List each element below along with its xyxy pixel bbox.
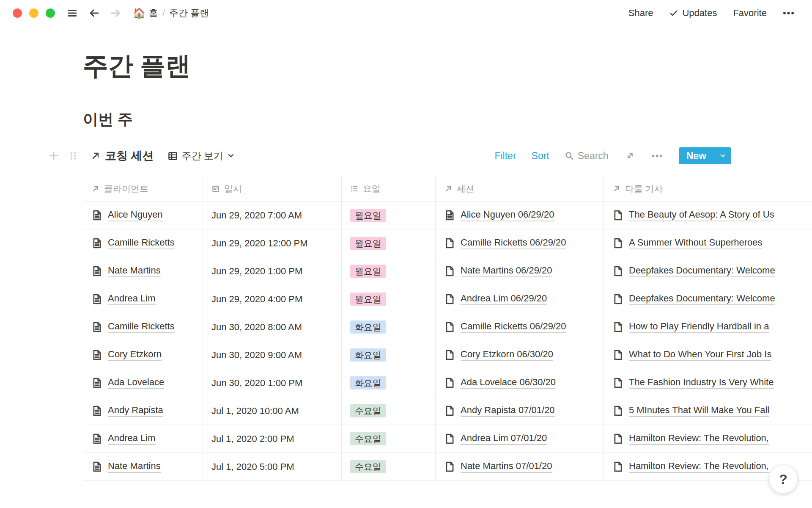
client-cell[interactable]: Andrea Lim <box>83 285 203 313</box>
day-cell[interactable]: 수요일 <box>342 425 436 453</box>
article-link[interactable]: Hamilton Review: The Revolution, <box>629 433 769 445</box>
column-header-day[interactable]: 요일 <box>342 176 436 201</box>
client-link[interactable]: Andrea Lim <box>108 433 156 445</box>
help-button[interactable]: ? <box>769 465 798 494</box>
datetime-cell[interactable]: Jun 29, 2020 1:00 PM <box>203 257 342 285</box>
article-cell[interactable]: Hamilton Review: The Revolution, <box>604 425 812 453</box>
session-cell[interactable]: Nate Martins 06/29/20 <box>436 257 604 285</box>
day-cell[interactable]: 화요일 <box>342 341 436 369</box>
more-options-icon[interactable]: ••• <box>783 8 795 19</box>
column-header-article[interactable]: 다룰 기사 <box>604 176 812 201</box>
zoom-window-button[interactable] <box>46 8 55 18</box>
datetime-cell[interactable]: Jun 29, 2020 4:00 PM <box>203 285 342 313</box>
datetime-cell[interactable]: Jun 29, 2020 12:00 PM <box>203 229 342 257</box>
client-cell[interactable]: Ada Lovelace <box>83 369 203 397</box>
new-button-label[interactable]: New <box>679 147 714 164</box>
breadcrumb-home[interactable]: 🏠 홈 <box>133 7 158 19</box>
minimize-window-button[interactable] <box>29 8 38 18</box>
back-icon[interactable] <box>88 7 101 19</box>
client-cell[interactable]: Alice Nguyen <box>83 202 203 229</box>
day-cell[interactable]: 월요일 <box>342 285 436 313</box>
collection-more-icon[interactable]: ••• <box>652 151 664 161</box>
expand-icon[interactable] <box>624 149 636 162</box>
session-cell[interactable]: Andy Rapista 07/01/20 <box>436 397 604 425</box>
session-link[interactable]: Ada Lovelace 06/30/20 <box>461 377 556 389</box>
article-cell[interactable]: Deepfakes Documentary: Welcome <box>604 285 812 313</box>
datetime-cell[interactable]: Jun 29, 2020 7:00 AM <box>203 202 342 229</box>
column-header-datetime[interactable]: 일시 <box>203 176 342 201</box>
session-link[interactable]: Nate Martins 06/29/20 <box>461 265 552 277</box>
article-cell[interactable]: The Beauty of Aesop: A Story of Us <box>604 202 812 229</box>
client-cell[interactable]: Nate Martins <box>83 453 203 480</box>
day-cell[interactable]: 월요일 <box>342 257 436 285</box>
client-cell[interactable]: Nate Martins <box>83 257 203 285</box>
article-link[interactable]: A Summer Without Superheroes <box>629 237 762 249</box>
close-window-button[interactable] <box>13 8 22 18</box>
day-cell[interactable]: 수요일 <box>342 397 436 425</box>
collection-title[interactable]: 코칭 세션 <box>91 148 154 163</box>
client-cell[interactable]: Camille Ricketts <box>83 229 203 257</box>
session-cell[interactable]: Andrea Lim 06/29/20 <box>436 285 604 313</box>
session-link[interactable]: Camille Ricketts 06/29/20 <box>461 237 566 249</box>
client-link[interactable]: Ada Lovelace <box>108 377 164 389</box>
article-link[interactable]: Deepfakes Documentary: Welcome <box>629 265 775 277</box>
share-button[interactable]: Share <box>628 8 653 19</box>
article-link[interactable]: The Beauty of Aesop: A Story of Us <box>629 209 774 221</box>
datetime-cell[interactable]: Jul 1, 2020 2:00 PM <box>203 425 342 453</box>
view-switcher[interactable]: 주간 보기 <box>167 149 235 163</box>
session-link[interactable]: Cory Etzkorn 06/30/20 <box>461 349 553 361</box>
drag-handle-icon[interactable] <box>67 149 80 162</box>
client-cell[interactable]: Cory Etzkorn <box>83 341 203 369</box>
datetime-cell[interactable]: Jun 30, 2020 1:00 PM <box>203 369 342 397</box>
forward-icon[interactable] <box>109 7 122 19</box>
day-cell[interactable]: 화요일 <box>342 313 436 341</box>
session-cell[interactable]: Camille Ricketts 06/29/20 <box>436 313 604 341</box>
session-link[interactable]: Camille Ricketts 06/29/20 <box>461 321 566 333</box>
sort-button[interactable]: Sort <box>532 150 549 162</box>
add-block-icon[interactable] <box>47 149 60 162</box>
new-dropdown-button[interactable] <box>714 147 731 164</box>
client-cell[interactable]: Camille Ricketts <box>83 313 203 341</box>
article-link[interactable]: What to Do When Your First Job Is <box>629 349 771 361</box>
day-cell[interactable]: 화요일 <box>342 369 436 397</box>
article-cell[interactable]: The Fashion Industry Is Very White <box>604 369 812 397</box>
day-cell[interactable]: 월요일 <box>342 202 436 229</box>
article-cell[interactable]: 5 MInutes That Will Make You Fall <box>604 397 812 425</box>
session-cell[interactable]: Alice Nguyen 06/29/20 <box>436 202 604 229</box>
session-link[interactable]: Alice Nguyen 06/29/20 <box>461 209 554 221</box>
session-cell[interactable]: Andrea Lim 07/01/20 <box>436 425 604 453</box>
client-link[interactable]: Andy Rapista <box>108 405 163 417</box>
client-cell[interactable]: Andrea Lim <box>83 425 203 453</box>
client-link[interactable]: Nate Martins <box>108 461 161 473</box>
datetime-cell[interactable]: Jul 1, 2020 5:00 PM <box>203 453 342 480</box>
search-button[interactable]: Search <box>565 150 609 162</box>
session-cell[interactable]: Nate Martins 07/01/20 <box>436 453 604 480</box>
article-link[interactable]: How to Play Friendly Hardball in a <box>629 321 769 333</box>
client-link[interactable]: Camille Ricketts <box>108 237 175 249</box>
article-link[interactable]: 5 MInutes That Will Make You Fall <box>629 405 769 417</box>
client-link[interactable]: Nate Martins <box>108 265 161 277</box>
column-header-session[interactable]: 세션 <box>436 176 604 201</box>
article-cell[interactable]: A Summer Without Superheroes <box>604 229 812 257</box>
client-link[interactable]: Cory Etzkorn <box>108 349 162 361</box>
session-link[interactable]: Nate Martins 07/01/20 <box>461 461 552 473</box>
day-cell[interactable]: 수요일 <box>342 453 436 480</box>
article-cell[interactable]: Deepfakes Documentary: Welcome <box>604 257 812 285</box>
session-cell[interactable]: Cory Etzkorn 06/30/20 <box>436 341 604 369</box>
new-button[interactable]: New <box>679 147 731 164</box>
updates-button[interactable]: Updates <box>669 8 717 19</box>
datetime-cell[interactable]: Jun 30, 2020 8:00 AM <box>203 313 342 341</box>
datetime-cell[interactable]: Jun 30, 2020 9:00 AM <box>203 341 342 369</box>
column-header-client[interactable]: 클라이언트 <box>83 176 203 201</box>
session-link[interactable]: Andy Rapista 07/01/20 <box>461 405 555 417</box>
client-cell[interactable]: Andy Rapista <box>83 397 203 425</box>
favorite-button[interactable]: Favorite <box>733 8 766 19</box>
day-cell[interactable]: 월요일 <box>342 229 436 257</box>
article-cell[interactable]: What to Do When Your First Job Is <box>604 341 812 369</box>
datetime-cell[interactable]: Jul 1, 2020 10:00 AM <box>203 397 342 425</box>
article-link[interactable]: Deepfakes Documentary: Welcome <box>629 293 775 305</box>
sidebar-toggle-icon[interactable] <box>66 7 79 19</box>
session-cell[interactable]: Ada Lovelace 06/30/20 <box>436 369 604 397</box>
breadcrumb-current[interactable]: 주간 플랜 <box>169 7 209 19</box>
client-link[interactable]: Camille Ricketts <box>108 321 175 333</box>
